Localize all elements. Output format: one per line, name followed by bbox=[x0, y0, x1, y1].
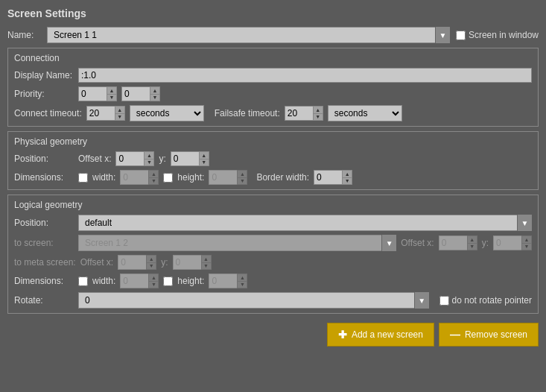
to-screen-offset-y-up-button[interactable]: ▲ bbox=[522, 236, 531, 244]
meta-offset-y-down-button[interactable]: ▼ bbox=[202, 263, 211, 270]
name-label: Name: bbox=[7, 30, 41, 40]
physical-height-checkbox[interactable] bbox=[163, 173, 173, 183]
physical-height-input[interactable] bbox=[209, 170, 237, 185]
screen-in-window-label[interactable]: Screen in window bbox=[456, 30, 539, 40]
physical-width-up-button[interactable]: ▲ bbox=[149, 171, 158, 178]
failsafe-timeout-unit-select[interactable]: seconds minutes hours bbox=[328, 105, 402, 121]
rotate-select[interactable]: 0 90 180 270 bbox=[78, 292, 429, 309]
meta-offset-x-spinner[interactable]: ▲ ▼ bbox=[118, 255, 156, 270]
physical-offset-x-spinner[interactable]: ▲ ▼ bbox=[115, 151, 154, 166]
priority1-spinner[interactable]: ▲ ▼ bbox=[78, 86, 117, 101]
logical-height-up-button[interactable]: ▲ bbox=[238, 274, 247, 282]
meta-offset-x-down-button[interactable]: ▼ bbox=[147, 263, 156, 270]
priority2-up-button[interactable]: ▲ bbox=[150, 87, 159, 95]
priority1-up-button[interactable]: ▲ bbox=[107, 87, 116, 95]
failsafe-timeout-down-button[interactable]: ▼ bbox=[314, 114, 323, 121]
to-screen-offset-x-input[interactable] bbox=[439, 235, 467, 250]
to-screen-offset-x-down-button[interactable]: ▼ bbox=[468, 244, 477, 250]
display-name-input[interactable] bbox=[78, 68, 532, 83]
meta-offset-x-input[interactable] bbox=[118, 255, 146, 270]
physical-offset-x-spin-buttons: ▲ ▼ bbox=[144, 151, 154, 166]
meta-offset-y-up-button[interactable]: ▲ bbox=[202, 256, 211, 263]
logical-height-input[interactable] bbox=[209, 274, 237, 288]
physical-height-up-button[interactable]: ▲ bbox=[238, 171, 247, 178]
physical-offset-x-down-button[interactable]: ▼ bbox=[145, 159, 153, 166]
to-screen-offset-x-up-button[interactable]: ▲ bbox=[468, 236, 477, 244]
logical-height-down-button[interactable]: ▼ bbox=[238, 282, 247, 288]
screen-in-window-checkbox[interactable] bbox=[456, 31, 466, 40]
failsafe-timeout-up-button[interactable]: ▲ bbox=[314, 107, 323, 114]
border-width-up-button[interactable]: ▲ bbox=[343, 171, 352, 178]
logical-width-spin-buttons: ▲ ▼ bbox=[148, 274, 159, 288]
physical-offset-y-up-button[interactable]: ▲ bbox=[200, 152, 209, 159]
to-screen-offset-y-input[interactable] bbox=[493, 235, 521, 250]
to-screen-offset-x-spin-buttons: ▲ ▼ bbox=[467, 235, 477, 250]
to-screen-offset-y-down-button[interactable]: ▼ bbox=[522, 244, 531, 250]
to-screen-offset-y-spinner[interactable]: ▲ ▼ bbox=[493, 235, 532, 250]
logical-title: Logical geometry bbox=[14, 200, 532, 210]
logical-position-select[interactable]: default absolute relative bbox=[78, 215, 532, 231]
physical-width-spinner[interactable]: ▲ ▼ bbox=[120, 170, 159, 185]
physical-offset-y-label: y: bbox=[159, 154, 165, 164]
do-not-rotate-checkbox[interactable] bbox=[439, 296, 449, 306]
add-screen-button[interactable]: ✚ Add a new screen bbox=[327, 323, 434, 347]
physical-offset-y-input[interactable] bbox=[171, 151, 199, 166]
logical-position-select-wrapper[interactable]: default absolute relative ▼ bbox=[78, 215, 532, 231]
physical-offset-y-spin-buttons: ▲ ▼ bbox=[199, 151, 209, 166]
logical-height-label: height: bbox=[177, 276, 204, 286]
connect-timeout-down-button[interactable]: ▼ bbox=[115, 114, 124, 121]
meta-offset-y-spinner[interactable]: ▲ ▼ bbox=[173, 255, 212, 270]
meta-offset-x-up-button[interactable]: ▲ bbox=[147, 256, 156, 263]
physical-offset-x-up-button[interactable]: ▲ bbox=[145, 152, 153, 159]
logical-height-spinner[interactable]: ▲ ▼ bbox=[209, 274, 247, 288]
remove-screen-label: Remove screen bbox=[465, 329, 527, 340]
logical-width-up-button[interactable]: ▲ bbox=[149, 274, 158, 282]
meta-offset-y-input[interactable] bbox=[173, 255, 201, 270]
failsafe-timeout-spinner[interactable]: ▲ ▼ bbox=[285, 106, 323, 121]
do-not-rotate-label[interactable]: do not rotate pointer bbox=[439, 295, 532, 306]
rotate-select-wrapper[interactable]: 0 90 180 270 ▼ bbox=[78, 292, 429, 309]
add-screen-icon: ✚ bbox=[338, 329, 347, 341]
physical-width-input[interactable] bbox=[120, 170, 148, 185]
physical-width-down-button[interactable]: ▼ bbox=[149, 178, 158, 185]
failsafe-timeout-input[interactable] bbox=[285, 106, 313, 121]
priority2-down-button[interactable]: ▼ bbox=[150, 95, 159, 101]
connect-timeout-input[interactable] bbox=[86, 106, 115, 121]
logical-height-checkbox[interactable] bbox=[163, 276, 173, 286]
physical-offset-y-down-button[interactable]: ▼ bbox=[200, 159, 209, 166]
logical-width-down-button[interactable]: ▼ bbox=[149, 282, 158, 288]
to-screen-select[interactable]: Screen 1 2 Screen 1 1 bbox=[78, 235, 396, 251]
to-screen-select-wrapper[interactable]: Screen 1 2 Screen 1 1 ▼ bbox=[78, 235, 396, 251]
priority2-spinner[interactable]: ▲ ▼ bbox=[121, 86, 160, 101]
priority1-input[interactable] bbox=[78, 86, 107, 101]
remove-screen-button[interactable]: — Remove screen bbox=[439, 323, 539, 347]
logical-width-checkbox[interactable] bbox=[78, 276, 88, 286]
physical-height-spinner[interactable]: ▲ ▼ bbox=[209, 170, 247, 185]
page-title: Screen Settings bbox=[7, 7, 539, 19]
border-width-down-button[interactable]: ▼ bbox=[343, 178, 352, 185]
priority2-input[interactable] bbox=[121, 86, 150, 101]
physical-offset-y-spinner[interactable]: ▲ ▼ bbox=[171, 151, 209, 166]
physical-height-down-button[interactable]: ▼ bbox=[238, 178, 247, 185]
name-select-wrapper[interactable]: Screen 1 1 ▼ bbox=[47, 27, 450, 43]
border-width-label: Border width: bbox=[256, 172, 309, 183]
priority1-down-button[interactable]: ▼ bbox=[107, 95, 116, 101]
physical-offset-x-input[interactable] bbox=[115, 151, 144, 166]
name-select[interactable]: Screen 1 1 bbox=[47, 27, 450, 43]
connect-timeout-up-button[interactable]: ▲ bbox=[115, 107, 124, 114]
timeout-row: Connect timeout: ▲ ▼ seconds minutes hou… bbox=[14, 105, 532, 121]
priority1-spin-buttons: ▲ ▼ bbox=[107, 86, 117, 101]
physical-height-spin-buttons: ▲ ▼ bbox=[237, 170, 247, 185]
main-container: Screen Settings Name: Screen 1 1 ▼ Scree… bbox=[0, 0, 546, 392]
to-screen-offset-x-label: Offset x: bbox=[401, 238, 434, 248]
border-width-spinner[interactable]: ▲ ▼ bbox=[314, 170, 352, 185]
remove-screen-icon: — bbox=[450, 329, 460, 341]
connect-timeout-unit-select[interactable]: seconds minutes hours bbox=[130, 105, 204, 121]
failsafe-timeout-label: Failsafe timeout: bbox=[215, 108, 280, 118]
connect-timeout-spinner[interactable]: ▲ ▼ bbox=[86, 106, 125, 121]
logical-width-spinner[interactable]: ▲ ▼ bbox=[120, 274, 159, 288]
to-screen-offset-x-spinner[interactable]: ▲ ▼ bbox=[439, 235, 477, 250]
physical-width-checkbox[interactable] bbox=[78, 173, 88, 183]
border-width-input[interactable] bbox=[314, 170, 342, 185]
logical-width-input[interactable] bbox=[120, 274, 148, 288]
